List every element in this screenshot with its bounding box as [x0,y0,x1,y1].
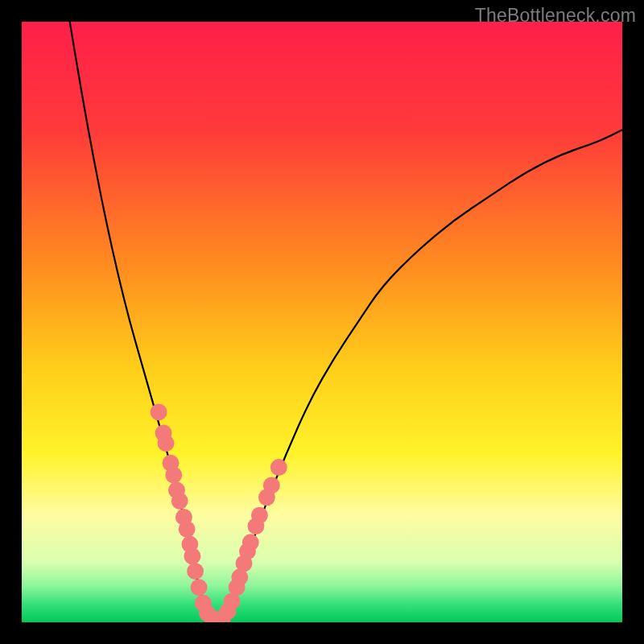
trough-bead [179,521,196,538]
bottleneck-curve-chart [22,22,622,622]
trough-bead [184,547,200,564]
trough-bead [171,493,188,510]
trough-bead [187,563,204,580]
trough-bead [158,435,175,452]
watermark-text: TheBottleneck.com [475,5,636,27]
trough-bead [263,477,280,493]
trough-bead [151,403,167,420]
trough-bead [242,534,259,551]
chart-background [22,22,622,622]
chart-frame [22,22,622,622]
trough-bead [251,507,268,524]
trough-bead [191,579,208,596]
trough-bead [270,459,287,476]
trough-bead [165,467,182,484]
